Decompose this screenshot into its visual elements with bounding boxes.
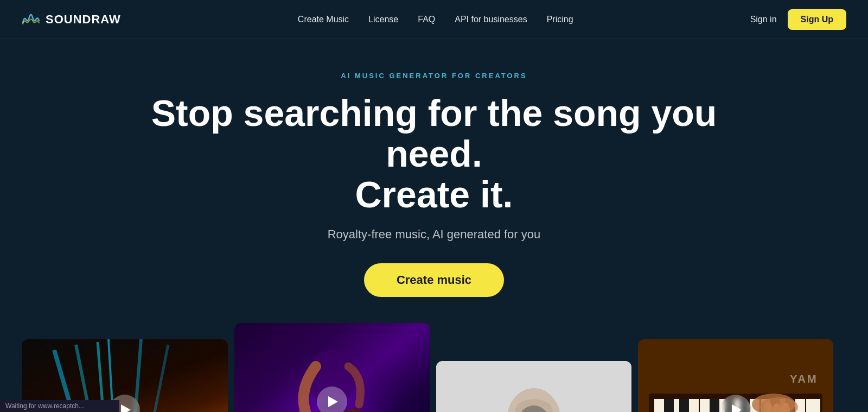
thumbnail-piano[interactable]: YAM: [638, 339, 833, 412]
svg-rect-45: [664, 399, 674, 412]
nav-actions: Sign in Sign Up: [750, 9, 846, 30]
nav-api[interactable]: API for businesses: [455, 15, 527, 24]
nav-links: Create Music License FAQ API for busines…: [298, 15, 573, 24]
hero-title-line1: Stop searching for the song you need.: [151, 92, 717, 174]
thumbnail-dancer[interactable]: [436, 361, 631, 412]
logo[interactable]: SOUNDRAW: [22, 12, 121, 27]
status-text: Waiting for www.recaptch...: [5, 402, 84, 410]
logo-text: SOUNDRAW: [46, 12, 121, 27]
thumbnails-row: YAM: [22, 323, 846, 412]
thumbnail-guitar[interactable]: [234, 323, 430, 412]
navbar: SOUNDRAW Create Music License FAQ API fo…: [0, 0, 868, 39]
status-bar: Waiting for www.recaptch...: [0, 400, 119, 412]
signup-button[interactable]: Sign Up: [788, 9, 846, 30]
dancer-visual-icon: [436, 361, 631, 412]
signin-link[interactable]: Sign in: [750, 15, 777, 24]
logo-wave-icon: [22, 12, 41, 27]
svg-rect-47: [710, 399, 719, 412]
nav-create-music[interactable]: Create Music: [298, 15, 349, 24]
hero-subtitle: Royalty-free music, AI generated for you: [328, 227, 541, 242]
svg-rect-44: [806, 399, 820, 412]
nav-license[interactable]: License: [368, 15, 398, 24]
svg-rect-46: [679, 399, 689, 412]
nav-faq[interactable]: FAQ: [418, 15, 435, 24]
nav-pricing[interactable]: Pricing: [547, 15, 573, 24]
hero-section: AI MUSIC GENERATOR FOR CREATORS Stop sea…: [0, 39, 868, 412]
hero-title-line2: Create it.: [355, 174, 513, 215]
hero-title: Stop searching for the song you need. Cr…: [136, 93, 732, 214]
svg-line-6: [141, 345, 168, 412]
hero-tagline: AI MUSIC GENERATOR FOR CREATORS: [341, 72, 527, 80]
svg-text:YAM: YAM: [790, 373, 818, 385]
create-music-button[interactable]: Create music: [364, 263, 504, 297]
